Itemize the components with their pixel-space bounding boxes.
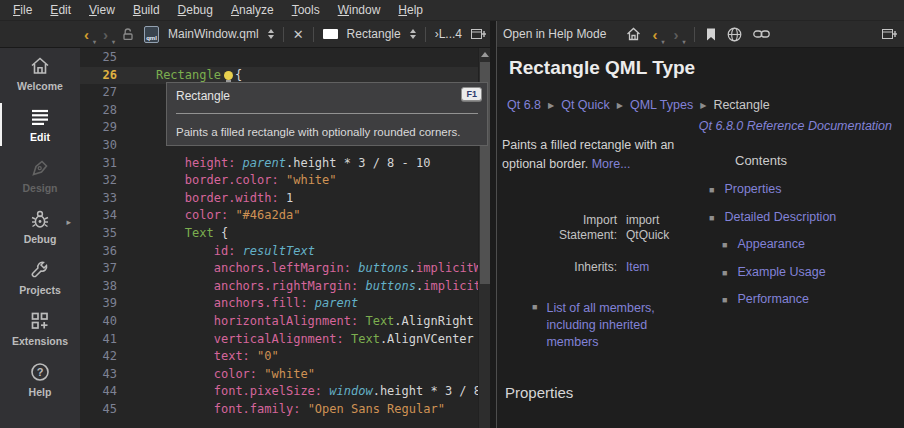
sidebar-item-extensions[interactable]: Extensions	[0, 303, 80, 354]
menu-item-analyze[interactable]: Analyze	[222, 1, 283, 19]
code-token	[250, 349, 257, 363]
sidebar-item-welcome[interactable]: Welcome	[0, 48, 80, 99]
contents-link[interactable]: Detailed Description	[724, 210, 836, 224]
menu-item-debug[interactable]: Debug	[169, 1, 222, 19]
contents-link[interactable]: Appearance	[737, 237, 804, 251]
menu-item-build[interactable]: Build	[124, 1, 169, 19]
menu-item-file[interactable]: File	[4, 1, 41, 19]
code-line[interactable]: 25	[80, 49, 478, 67]
line-number[interactable]: 37	[80, 260, 127, 278]
go-forward-button[interactable]: ›	[103, 27, 113, 42]
code-token	[127, 156, 185, 170]
sidebar-item-edit[interactable]: Edit	[0, 99, 80, 150]
scrollbar-up-icon[interactable]	[481, 52, 489, 57]
line-number[interactable]: 33	[80, 190, 127, 208]
lightbulb-hint-icon[interactable]	[224, 71, 233, 80]
sidebar-item-label: Projects	[19, 284, 60, 296]
summary-sentence: Paints a filled rectangle with an option…	[502, 138, 674, 171]
contents-link[interactable]: Properties	[724, 182, 781, 196]
globe-icon[interactable]	[727, 27, 742, 42]
help-forward-button[interactable]: ›	[673, 27, 683, 42]
line-number[interactable]: 41	[80, 331, 127, 349]
open-document-name[interactable]: MainWindow.qml	[168, 27, 259, 41]
code-line[interactable]: 40 horizontalAlignment: Text.AlignRight	[80, 313, 478, 331]
line-number[interactable]: 38	[80, 278, 127, 296]
code-line[interactable]: 39 anchors.fill: parent	[80, 295, 478, 313]
bookmark-icon[interactable]	[706, 28, 716, 41]
sidebar-item-help[interactable]: ?Help	[0, 354, 80, 405]
line-number[interactable]: 44	[80, 383, 127, 401]
contents-link[interactable]: Example Usage	[737, 265, 825, 279]
document-dropdown-icon[interactable]	[268, 29, 274, 39]
go-back-button[interactable]: ‹	[84, 27, 94, 42]
line-number[interactable]: 28	[80, 102, 127, 120]
code-line[interactable]: 36 id: resultText	[80, 243, 478, 261]
code-line[interactable]: 42 text: "0"	[80, 348, 478, 366]
line-column-indicator[interactable]: ›L...4	[435, 27, 462, 41]
link-icon[interactable]	[753, 29, 770, 39]
lock-icon[interactable]	[122, 27, 135, 41]
code-line[interactable]: 41 verticalAlignment: Text.AlignVCenter	[80, 331, 478, 349]
split-editor-icon[interactable]	[471, 28, 486, 40]
contents-list: ■Properties■Detailed Description■Appeara…	[709, 182, 836, 308]
menu-item-help[interactable]: Help	[389, 1, 432, 19]
line-number[interactable]: 31	[80, 155, 127, 173]
sidebar-item-projects[interactable]: Projects	[0, 252, 80, 303]
list-of-members-link[interactable]: List of all members, including inherited…	[546, 300, 690, 351]
line-number[interactable]: 30	[80, 137, 127, 155]
code-text: verticalAlignment: Text.AlignVCenter	[127, 331, 474, 349]
sidebar-item-debug[interactable]: Debug▸	[0, 201, 80, 252]
code-line[interactable]: 33 border.width: 1	[80, 190, 478, 208]
code-line[interactable]: 34 color: "#46a2da"	[80, 207, 478, 225]
code-token: {	[235, 68, 242, 82]
code-token: buttons	[365, 279, 416, 293]
line-number[interactable]: 26	[80, 67, 127, 85]
symbol-dropdown-icon[interactable]	[410, 29, 416, 39]
code-token: resultText	[243, 244, 315, 258]
line-number[interactable]: 27	[80, 84, 127, 102]
code-token: implicitWidth	[423, 279, 478, 293]
menu-item-edit[interactable]: Edit	[41, 1, 80, 19]
menu-item-tools[interactable]: Tools	[283, 1, 329, 19]
more-link[interactable]: More...	[592, 157, 631, 171]
split-help-icon[interactable]	[882, 28, 897, 40]
code-line[interactable]: 38 anchors.rightMargin: buttons.implicit…	[80, 278, 478, 296]
code-text: font.pixelSize: window.height * 3 / 8	[127, 383, 478, 401]
line-number[interactable]: 42	[80, 348, 127, 366]
code-line[interactable]: 37 anchors.leftMargin: buttons.implicitW…	[80, 260, 478, 278]
menu-item-view[interactable]: View	[80, 1, 124, 19]
breadcrumb-item-qt-6-8[interactable]: Qt 6.8	[507, 98, 541, 112]
close-document-button[interactable]: ✕	[293, 28, 304, 41]
pane-splitter[interactable]	[490, 21, 497, 428]
home-icon[interactable]	[626, 27, 641, 41]
contents-link[interactable]: Performance	[737, 292, 809, 306]
code-token	[127, 367, 214, 381]
reference-documentation-link[interactable]: Qt 6.8.0 Reference Documentation	[699, 119, 892, 133]
symbol-selector[interactable]: Rectangle	[347, 27, 401, 41]
line-number[interactable]: 43	[80, 366, 127, 384]
code-line[interactable]: 31 height: parent.height * 3 / 8 - 10	[80, 155, 478, 173]
line-number[interactable]: 39	[80, 295, 127, 313]
line-number[interactable]: 25	[80, 49, 127, 67]
help-back-button[interactable]: ‹	[652, 27, 662, 42]
line-number[interactable]: 45	[80, 401, 127, 419]
code-line[interactable]: 45 font.family: "Open Sans Regular"	[80, 401, 478, 419]
line-number[interactable]: 34	[80, 207, 127, 225]
code-line[interactable]: 43 color: "white"	[80, 366, 478, 384]
open-in-help-mode-button[interactable]: Open in Help Mode	[503, 27, 606, 41]
breadcrumb-item-qml-types[interactable]: QML Types	[630, 98, 693, 112]
line-number[interactable]: 32	[80, 172, 127, 190]
line-number[interactable]: 35	[80, 225, 127, 243]
code-token	[127, 191, 185, 205]
code-token: text:	[214, 349, 250, 363]
line-number[interactable]: 29	[80, 119, 127, 137]
code-line[interactable]: 35 Text {	[80, 225, 478, 243]
breadcrumb-item-qt-quick[interactable]: Qt Quick	[561, 98, 610, 112]
line-number[interactable]: 36	[80, 243, 127, 261]
line-number[interactable]: 40	[80, 313, 127, 331]
code-line[interactable]: 32 border.color: "white"	[80, 172, 478, 190]
meta-value[interactable]: Item	[626, 260, 688, 275]
code-line[interactable]: 44 font.pixelSize: window.height * 3 / 8	[80, 383, 478, 401]
menu-item-window[interactable]: Window	[329, 1, 390, 19]
debug-flyout-arrow-icon[interactable]: ▸	[66, 217, 71, 227]
